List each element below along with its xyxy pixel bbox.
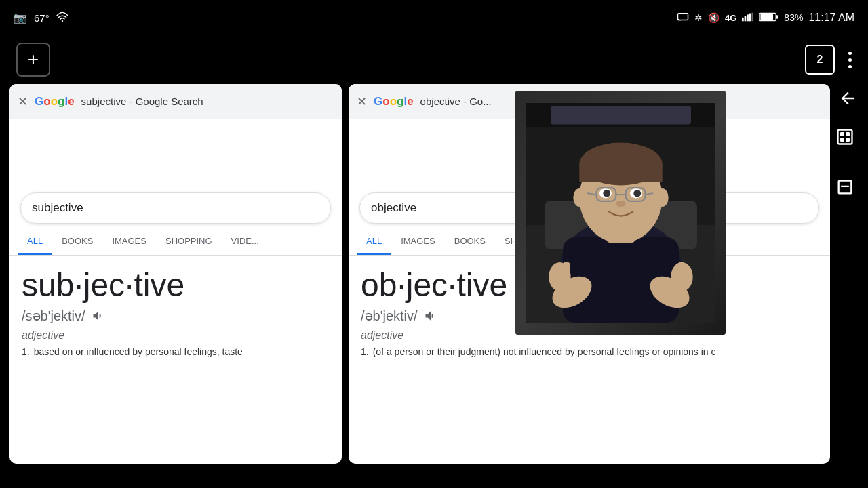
- svg-rect-39: [838, 130, 852, 144]
- bluetooth-icon: ✲: [694, 12, 703, 23]
- signal-bars: [742, 12, 754, 24]
- search-tabs-left: ALL BOOKS IMAGES SHOPPING VIDE...: [9, 229, 342, 256]
- video-overlay: [515, 91, 726, 335]
- svg-point-28: [633, 190, 641, 197]
- svg-point-35: [573, 188, 585, 207]
- sound-icon-right[interactable]: [423, 308, 438, 323]
- dict-def-left: 1.based on or influenced by personal fee…: [22, 346, 330, 359]
- svg-rect-5: [749, 13, 751, 21]
- dict-result-left: sub·jec·tive /səb'jektiv/ adjective 1.ba…: [9, 256, 342, 359]
- svg-point-0: [62, 20, 63, 21]
- tab-all-right[interactable]: ALL: [357, 229, 391, 255]
- tab-shopping-left[interactable]: SHOPPING: [156, 229, 222, 255]
- close-tab-right[interactable]: ✕: [357, 94, 367, 109]
- svg-rect-6: [752, 12, 754, 21]
- tab-books-right[interactable]: BOOKS: [445, 229, 495, 255]
- svg-rect-24: [579, 164, 662, 182]
- svg-rect-43: [846, 138, 850, 142]
- add-tab-button[interactable]: +: [16, 43, 50, 77]
- tab-videos-left[interactable]: VIDE...: [222, 229, 269, 255]
- svg-rect-20: [677, 262, 685, 280]
- dict-def-right: 1.(of a person or their judgment) not in…: [361, 346, 818, 359]
- dict-pos-left: adjective: [22, 329, 330, 342]
- google-logo-icon-right: Google: [374, 95, 414, 108]
- video-person: [515, 91, 726, 335]
- svg-point-34: [616, 201, 625, 207]
- svg-rect-38: [551, 106, 691, 125]
- back-button[interactable]: [838, 88, 857, 113]
- svg-rect-17: [563, 262, 570, 280]
- menu-button[interactable]: [848, 52, 852, 68]
- status-left: 📷 67°: [14, 12, 68, 24]
- search-box-left[interactable]: subjective: [20, 192, 331, 224]
- svg-rect-42: [840, 138, 844, 142]
- search-query-left: subjective: [32, 201, 319, 215]
- cast-icon: [677, 12, 689, 24]
- svg-rect-4: [747, 14, 749, 21]
- tab-header-left: ✕ Google subjective - Google Search: [9, 84, 342, 119]
- tab-subjective: ✕ Google subjective - Google Search subj…: [9, 84, 342, 464]
- time: 11:17 AM: [808, 12, 854, 24]
- tab-books-left[interactable]: BOOKS: [52, 229, 102, 255]
- battery-percent: 83%: [784, 12, 803, 23]
- tab-count-button[interactable]: 2: [805, 45, 835, 75]
- battery-icon: [760, 12, 778, 24]
- status-right: ✲ 🔇 4G 83% 11:17 AM: [677, 12, 854, 24]
- svg-rect-8: [776, 15, 778, 19]
- tab-images-left[interactable]: IMAGES: [102, 229, 156, 255]
- svg-rect-1: [678, 13, 688, 20]
- nav-right: 2: [805, 45, 852, 75]
- google-logo-icon-left: Google: [35, 95, 75, 108]
- wifi-icon: [56, 12, 68, 24]
- svg-rect-40: [840, 132, 844, 136]
- close-tab-left[interactable]: ✕: [18, 94, 28, 109]
- camera-icon: 📷: [14, 12, 27, 24]
- temperature: 67°: [34, 12, 50, 24]
- tab-all-left[interactable]: ALL: [18, 229, 52, 255]
- minimize-button[interactable]: [830, 172, 860, 202]
- nav-bar: + 2: [0, 35, 868, 84]
- svg-rect-2: [742, 17, 744, 20]
- status-bar: 📷 67° ✲ 🔇 4G: [0, 0, 868, 35]
- svg-rect-41: [846, 132, 850, 136]
- tab-view-button[interactable]: [830, 122, 860, 152]
- mute-icon: 🔇: [708, 12, 719, 23]
- svg-point-27: [603, 190, 610, 197]
- tabs-area: ✕ Google subjective - Google Search subj…: [0, 84, 868, 488]
- dict-phonetic-left: /səb'jektiv/: [22, 308, 330, 324]
- google-logo-area-left: [9, 119, 342, 187]
- sound-icon-left[interactable]: [91, 308, 106, 323]
- signal-4g: 4G: [725, 13, 736, 23]
- svg-point-36: [656, 188, 668, 207]
- svg-rect-9: [761, 14, 774, 19]
- dict-word-left: sub·jec·tive: [22, 268, 330, 304]
- svg-rect-3: [745, 16, 747, 21]
- right-side-buttons: [830, 122, 860, 202]
- tab-images-right[interactable]: IMAGES: [391, 229, 445, 255]
- tab-title-left: subjective - Google Search: [81, 96, 334, 107]
